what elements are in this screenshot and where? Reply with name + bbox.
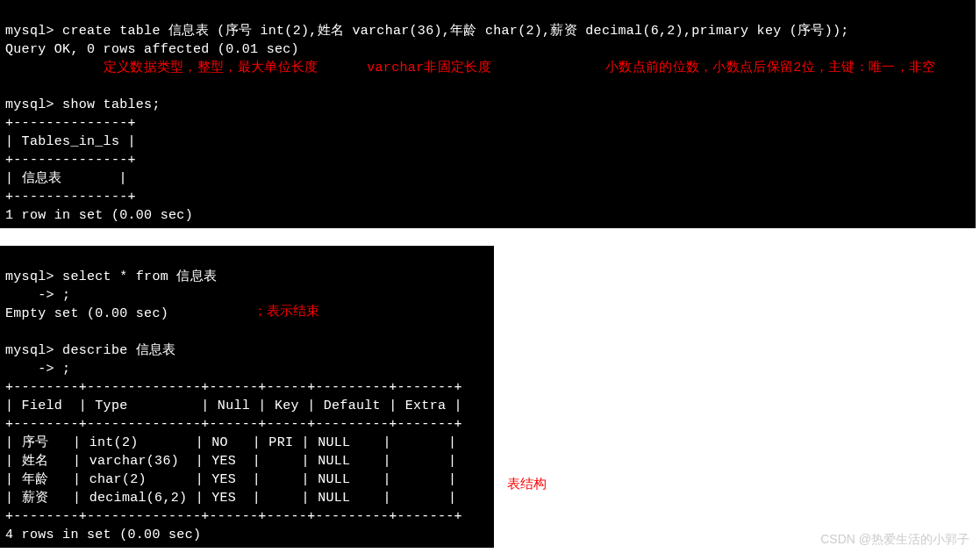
describe-row-1: | 序号 | int(2) | NO | PRI | NULL | | bbox=[5, 435, 456, 450]
describe-row-2: | 姓名 | varchar(36) | YES | | NULL | | bbox=[5, 454, 456, 469]
mysql-show-tables: mysql> show tables; bbox=[5, 97, 161, 112]
empty-set-result: Empty set (0.00 sec) bbox=[5, 306, 168, 321]
terminal-block-2: mysql> select * from 信息表 -> ; Empty set … bbox=[0, 246, 494, 548]
continuation-prompt-2: -> ; bbox=[5, 362, 70, 377]
query-ok-result: Query OK, 0 rows affected (0.01 sec) bbox=[5, 42, 299, 57]
mysql-create-table: mysql> create table 信息表 (序号 int(2),姓名 va… bbox=[5, 24, 849, 39]
table-header: | Tables_in_ls | bbox=[5, 134, 136, 149]
annotation-datatype: 定义数据类型，整型，最大单位长度 varchar非固定长度 小数点前的位数，小数… bbox=[5, 61, 936, 75]
annotation-semicolon: ；表示结束 bbox=[254, 303, 319, 320]
terminal-block-1: mysql> create table 信息表 (序号 int(2),姓名 va… bbox=[0, 0, 976, 228]
watermark-text: CSDN @热爱生活的小郭子 bbox=[820, 532, 969, 548]
mysql-describe: mysql> describe 信息表 bbox=[5, 343, 176, 358]
mysql-select: mysql> select * from 信息表 bbox=[5, 269, 217, 284]
describe-row-4: | 薪资 | decimal(6,2) | YES | | NULL | | bbox=[5, 491, 456, 506]
describe-border-bottom: +--------+--------------+------+-----+--… bbox=[5, 509, 462, 524]
describe-header: | Field | Type | Null | Key | Default | … bbox=[5, 399, 462, 413]
table-row: | 信息表 | bbox=[5, 171, 127, 186]
table-border-bottom: +--------------+ bbox=[5, 190, 136, 205]
annotation-table-structure: 表结构 bbox=[507, 476, 547, 492]
rows-in-set: 1 row in set (0.00 sec) bbox=[5, 208, 193, 223]
describe-border-top: +--------+--------------+------+-----+--… bbox=[5, 380, 462, 395]
describe-row-3: | 年龄 | char(2) | YES | | NULL | | bbox=[5, 472, 456, 487]
continuation-prompt: -> ; bbox=[5, 288, 70, 303]
table-border-mid: +--------------+ bbox=[5, 153, 136, 168]
table-border-top: +--------------+ bbox=[5, 116, 136, 131]
describe-border-mid: +--------+--------------+------+-----+--… bbox=[5, 417, 462, 432]
rows-in-set-2: 4 rows in set (0.00 sec) bbox=[5, 528, 201, 542]
